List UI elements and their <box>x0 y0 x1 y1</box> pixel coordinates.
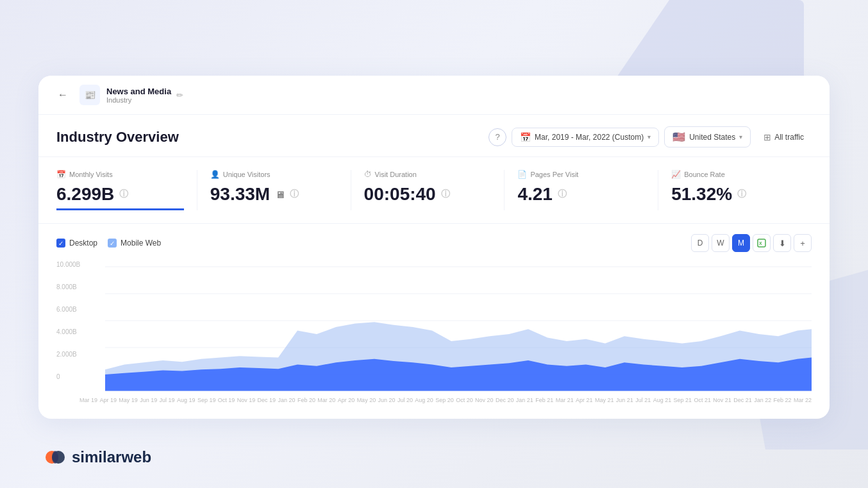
x-label: Feb 22 <box>774 397 792 403</box>
legend-mobile-web[interactable]: ✓ Mobile Web <box>108 239 161 248</box>
x-label: Oct 19 <box>218 397 235 403</box>
branding: similarweb <box>44 446 151 469</box>
excel-export-button[interactable]: X <box>753 234 771 252</box>
header-subtitle: Industry <box>106 96 171 104</box>
period-day-button[interactable]: D <box>691 234 709 252</box>
metric-unique-visitors-label: 👤 Unique Visitors <box>210 170 338 179</box>
card-header: ← 📰 News and Media Industry ✏ <box>38 76 830 115</box>
x-label: May 19 <box>119 397 138 403</box>
monitor-icon[interactable]: 🖥 <box>275 189 285 200</box>
x-label: Oct 21 <box>694 397 711 403</box>
svg-text:X: X <box>759 241 762 246</box>
metric-bounce-label: 📈 Bounce Rate <box>671 170 799 179</box>
x-label: Dec 19 <box>258 397 276 403</box>
edit-icon[interactable]: ✏ <box>176 90 183 100</box>
add-button[interactable]: + <box>794 234 812 252</box>
pages-info-icon[interactable]: ⓘ <box>558 189 567 200</box>
x-label: Sep 20 <box>435 397 454 403</box>
chart-legend: ✓ Desktop ✓ Mobile Web <box>56 239 161 248</box>
unique-visitors-info-icon[interactable]: ⓘ <box>290 189 299 200</box>
page-title: Industry Overview <box>56 129 179 146</box>
pages-sm-icon: 📄 <box>517 170 527 179</box>
desktop-checkbox[interactable]: ✓ <box>56 239 65 248</box>
x-label: Apr 20 <box>338 397 355 403</box>
metric-pages-per-visit: 📄 Pages Per Visit 4.21 ⓘ <box>505 170 658 210</box>
country-label: United States <box>689 133 735 142</box>
legend-desktop[interactable]: ✓ Desktop <box>56 239 97 248</box>
user-sm-icon: 👤 <box>210 170 220 179</box>
x-label: Aug 21 <box>653 397 672 403</box>
x-label: Mar 19 <box>79 397 97 403</box>
x-label: Jul 21 <box>635 397 651 403</box>
chart-controls: ✓ Desktop ✓ Mobile Web D W M X ⬇ <box>56 234 812 252</box>
calendar-icon: 📅 <box>520 132 531 142</box>
chart-section: ✓ Desktop ✓ Mobile Web D W M X ⬇ <box>38 224 830 419</box>
metric-unique-visitors-value: 93.33M 🖥 ⓘ <box>210 184 338 205</box>
x-label: Apr 21 <box>576 397 593 403</box>
help-button[interactable]: ? <box>488 128 506 146</box>
monthly-visits-info-icon[interactable]: ⓘ <box>119 189 128 200</box>
metric-bounce-rate: 📈 Bounce Rate 51.32% ⓘ <box>658 170 812 210</box>
back-button[interactable]: ← <box>54 86 72 104</box>
header-title-block: News and Media Industry <box>106 87 171 104</box>
calendar-sm-icon: 📅 <box>56 170 66 179</box>
x-label: Mar 21 <box>556 397 574 403</box>
traffic-filter-button[interactable]: ⊞ All traffic <box>756 128 812 146</box>
x-label: Jan 21 <box>516 397 533 403</box>
similarweb-logo-icon <box>44 446 67 469</box>
controls-row: ? 📅 Mar, 2019 - Mar, 2022 (Custom) ▾ 🇺🇸 … <box>488 126 812 147</box>
x-label: Jun 21 <box>616 397 633 403</box>
x-label: Sep 19 <box>197 397 216 403</box>
metric-monthly-visits: 📅 Monthly Visits 6.299B ⓘ <box>56 170 197 210</box>
mobile-web-checkbox[interactable]: ✓ <box>108 239 117 248</box>
x-label: Mar 20 <box>317 397 335 403</box>
x-label: Nov 19 <box>237 397 256 403</box>
metric-pages-value: 4.21 ⓘ <box>517 184 645 205</box>
area-chart-svg <box>56 260 812 394</box>
metric-visit-duration-label: ⏱ Visit Duration <box>364 170 492 179</box>
x-label: Dec 21 <box>733 397 752 403</box>
x-label: Sep 21 <box>674 397 692 403</box>
date-chevron-icon: ▾ <box>647 133 651 140</box>
clock-sm-icon: ⏱ <box>364 170 372 179</box>
x-label: Oct 20 <box>456 397 473 403</box>
bounce-info-icon[interactable]: ⓘ <box>737 189 746 200</box>
x-label: Dec 20 <box>496 397 514 403</box>
x-label: Feb 21 <box>535 397 553 403</box>
metric-unique-visitors: 👤 Unique Visitors 93.33M 🖥 ⓘ <box>197 170 351 210</box>
metric-visit-duration-value: 00:05:40 ⓘ <box>364 184 492 205</box>
x-axis-labels: Mar 19 Apr 19 May 19 Jun 19 Jul 19 Aug 1… <box>56 397 812 403</box>
desktop-label: Desktop <box>69 239 97 248</box>
traffic-label: All traffic <box>774 133 804 142</box>
date-range-label: Mar, 2019 - Mar, 2022 (Custom) <box>535 133 644 142</box>
country-flag-icon: 🇺🇸 <box>672 131 685 143</box>
x-label: Jun 19 <box>140 397 157 403</box>
x-label: Jul 20 <box>397 397 413 403</box>
chart-area: 10.000B 8.000B 6.000B 4.000B 2.000B 0 <box>56 260 812 394</box>
main-card: ← 📰 News and Media Industry ✏ Industry O… <box>38 76 830 419</box>
visit-duration-info-icon[interactable]: ⓘ <box>441 189 450 200</box>
x-label: Apr 19 <box>99 397 117 403</box>
period-month-button[interactable]: M <box>732 234 750 252</box>
x-label: May 21 <box>595 397 614 403</box>
x-label: Jan 20 <box>278 397 296 403</box>
download-button[interactable]: ⬇ <box>773 234 791 252</box>
bounce-sm-icon: 📈 <box>671 170 681 179</box>
x-label: Jul 19 <box>160 397 175 403</box>
page-title-row: Industry Overview ? 📅 Mar, 2019 - Mar, 2… <box>38 115 830 157</box>
country-selector-button[interactable]: 🇺🇸 United States ▾ <box>664 126 751 147</box>
svg-point-10 <box>52 451 58 464</box>
x-label: Nov 20 <box>475 397 494 403</box>
x-label: May 20 <box>357 397 376 403</box>
date-picker-button[interactable]: 📅 Mar, 2019 - Mar, 2022 (Custom) ▾ <box>512 128 659 147</box>
x-label: Mar 22 <box>794 397 812 403</box>
chart-actions: D W M X ⬇ + <box>691 234 812 252</box>
header-main-title: News and Media <box>106 87 171 96</box>
metric-bounce-value: 51.32% ⓘ <box>671 184 799 205</box>
x-label: Nov 21 <box>713 397 731 403</box>
metric-monthly-visits-label: 📅 Monthly Visits <box>56 170 184 179</box>
industry-icon: 📰 <box>79 85 100 105</box>
metric-pages-label: 📄 Pages Per Visit <box>517 170 645 179</box>
period-week-button[interactable]: W <box>712 234 730 252</box>
similarweb-logo: similarweb <box>44 446 151 469</box>
